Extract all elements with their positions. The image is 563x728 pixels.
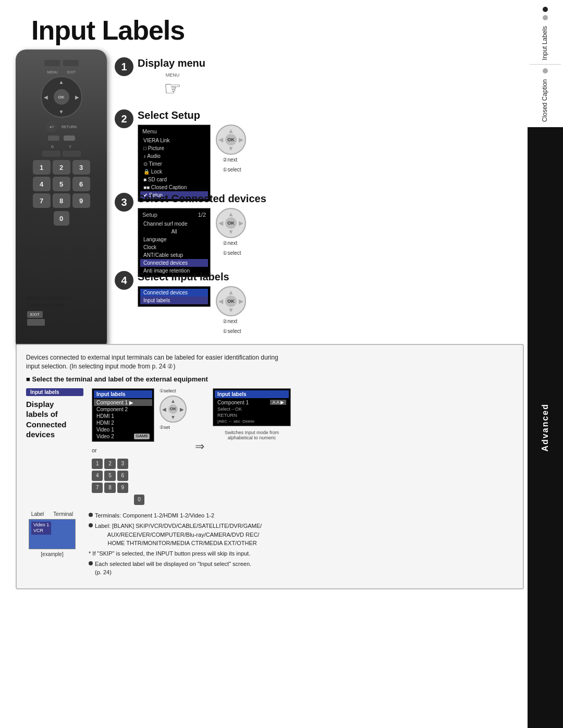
num-5: 5 bbox=[53, 177, 70, 191]
num-2: 2 bbox=[53, 160, 70, 175]
bullet-terminals: Terminals: Component 1-2/HDMI 1-2/Video … bbox=[89, 511, 513, 520]
ok4-up: ▲ bbox=[228, 289, 234, 296]
step-3-next-select: ②next ①select bbox=[223, 240, 241, 256]
nps-zero-row: 0 bbox=[92, 495, 187, 505]
nps-3: 3 bbox=[117, 459, 128, 469]
g-label: G bbox=[45, 145, 60, 149]
exit-button-label: EXIT bbox=[27, 311, 43, 318]
step-2-ok-area: OK ▲ ▼ ◀ ▶ ②next ①select bbox=[216, 125, 246, 172]
setup-channel-surf: Channel surf mode bbox=[140, 220, 208, 228]
step-4-number: 4 bbox=[115, 271, 133, 290]
step-4-next: ②next bbox=[223, 318, 241, 324]
setup-language: Language bbox=[140, 236, 208, 243]
info-bottom-row: Label Terminal Video 1VCR [example] Term… bbox=[26, 511, 513, 579]
ok-small-center: OK bbox=[168, 404, 178, 414]
remote-menu-btn bbox=[44, 60, 60, 66]
oks-right: ▶ bbox=[180, 406, 184, 412]
remote-ok: OK bbox=[54, 89, 69, 105]
step-3-ok-area: OK ▲ ▼ ◀ ▶ ②next ①select bbox=[216, 208, 246, 256]
num-4: 4 bbox=[33, 177, 51, 191]
step-2-number: 2 bbox=[115, 109, 133, 128]
result-component1: Component 1 bbox=[217, 400, 249, 405]
result-delete: Delete bbox=[242, 419, 254, 424]
ok3-down: ▼ bbox=[228, 228, 234, 236]
mid-btn-2 bbox=[63, 151, 81, 157]
step-2-menu-screen: Menu VIERA Link □ Picture ♪ Audio ⊙ Time… bbox=[138, 125, 211, 202]
remote-y-btn bbox=[64, 135, 75, 141]
remote-return-row: ↩ RETURN bbox=[21, 121, 102, 132]
set-label: ②set bbox=[160, 425, 187, 430]
result-return: RETURN bbox=[215, 412, 289, 418]
step-2-content: Select Setup Menu VIERA Link □ Picture ♪… bbox=[138, 109, 246, 202]
sidebar-divider bbox=[530, 64, 561, 67]
info-main-row: Input labels Displaylabels ofConnectedde… bbox=[26, 388, 513, 505]
info-subtitle: Select the terminal and label of the ext… bbox=[26, 375, 513, 383]
remote-color-buttons bbox=[21, 135, 102, 141]
ok-center-3: OK bbox=[225, 217, 237, 229]
menu-screen-header: Menu bbox=[140, 127, 208, 135]
step-4: 4 Select Input labels Connected devices … bbox=[115, 271, 246, 334]
ok-down: ▼ bbox=[228, 145, 234, 152]
ils-video1: Video 1 bbox=[94, 426, 152, 433]
remote-btn-labels: MENU EXIT bbox=[21, 70, 102, 74]
nps-2: 2 bbox=[104, 459, 115, 469]
step4-input-labels: Input labels bbox=[140, 297, 208, 304]
ils-video2: Video 2 GAME bbox=[94, 433, 152, 440]
ok-diagram-2: OK ▲ ▼ ◀ ▶ bbox=[216, 125, 246, 155]
game-badge: GAME bbox=[134, 434, 150, 439]
result-screen: Input labels Component 1 A A ▶ Select→OK… bbox=[213, 388, 291, 426]
sidebar-dot-3 bbox=[543, 68, 548, 73]
step-4-pair: Connected devices Input labels OK ▲ ▼ ◀ … bbox=[138, 286, 246, 334]
tv-label-overlay: Video 1VCR bbox=[31, 522, 51, 535]
input-labels-screen: Input labels Component 1 ▶ Component 2 H… bbox=[92, 388, 154, 442]
sidebar-advanced: Advanced bbox=[541, 403, 550, 451]
menu-item-lock: 🔒 Lock bbox=[140, 168, 208, 176]
step-4-menu-screen: Connected devices Input labels bbox=[138, 286, 211, 307]
bullets-col: Terminals: Component 1-2/HDMI 1-2/Video … bbox=[89, 511, 513, 579]
step-2-next-select: ②next ①select bbox=[223, 157, 241, 172]
step-3-number: 3 bbox=[115, 193, 133, 212]
step-3-content: Select Connected devices Setup 1/2 Chann… bbox=[138, 193, 266, 277]
arrow-icon: ⇒ bbox=[195, 440, 204, 453]
setup-page: 1/2 bbox=[196, 211, 208, 219]
step-2: 2 Select Setup Menu VIERA Link □ Picture… bbox=[115, 109, 246, 202]
sidebar-closed-caption: Closed Caption bbox=[541, 79, 549, 122]
step-2-next: ②next bbox=[223, 157, 241, 163]
exit-button-visual bbox=[27, 319, 45, 326]
ok-center: OK bbox=[225, 134, 237, 145]
ok-select-set: ①select OK ▲ ▼ ◀ ▶ ②set bbox=[160, 388, 187, 430]
setup-header-row: Setup 1/2 bbox=[140, 211, 208, 220]
sidebar-dot-2 bbox=[543, 15, 548, 20]
setup-title: Setup bbox=[140, 211, 160, 219]
step4-connected: Connected devices bbox=[140, 289, 208, 297]
step-4-content: Select Input labels Connected devices In… bbox=[138, 271, 246, 334]
step-4-next-select: ②next ①select bbox=[223, 318, 241, 334]
bullet-dot-3 bbox=[89, 561, 93, 565]
ils-hdmi1: HDMI 1 bbox=[94, 413, 152, 419]
nps-1: 1 bbox=[92, 459, 103, 469]
ils-video2-label: Video 2 bbox=[96, 434, 114, 439]
num-8: 8 bbox=[53, 193, 70, 208]
step-4-select: ①select bbox=[223, 328, 241, 334]
result-sub1: Select→OK bbox=[215, 406, 289, 412]
y-label: Y bbox=[63, 145, 78, 149]
oks-left: ◀ bbox=[162, 406, 166, 412]
display-labels-text: Displaylabels ofConnecteddevices bbox=[26, 399, 83, 440]
switches-label: Switches Input mode from alphabetical to… bbox=[213, 430, 291, 440]
remote-g-btn bbox=[48, 135, 59, 141]
step-4-ok-area: OK ▲ ▼ ◀ ▶ ②next ①select bbox=[216, 286, 246, 334]
bullet-display-text: Each selected label will be displayed on… bbox=[95, 560, 251, 577]
result-alphabet-row: [ABC ← abc Delete bbox=[215, 418, 289, 424]
press-exit-text: ■Press to exit from a menu screen bbox=[27, 294, 95, 309]
tv-image-box: Video 1VCR bbox=[29, 519, 76, 549]
mid-btn-1 bbox=[42, 151, 60, 157]
page-title: Input Labels bbox=[31, 15, 185, 46]
remote-top-buttons bbox=[21, 60, 102, 66]
ok-up: ▲ bbox=[228, 127, 234, 134]
numpad-area: 1 2 3 4 5 6 7 8 9 0 bbox=[92, 459, 187, 505]
menu-icon-label: MENU bbox=[166, 72, 180, 78]
remote-dpad: ▲ ▼ ◀ ▶ OK bbox=[41, 76, 82, 118]
step-3-menu-screen: Setup 1/2 Channel surf mode All Language… bbox=[138, 208, 211, 277]
step-2-pair: Menu VIERA Link □ Picture ♪ Audio ⊙ Time… bbox=[138, 125, 246, 202]
ok4-left: ◀ bbox=[218, 298, 223, 305]
